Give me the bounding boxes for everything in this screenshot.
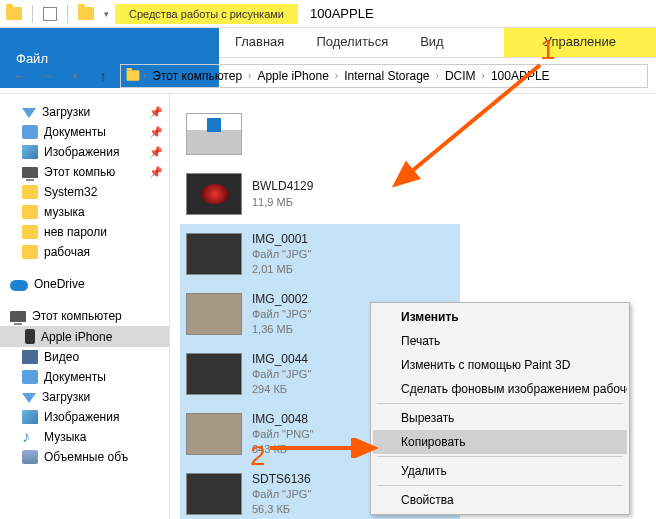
forward-button[interactable]: → bbox=[36, 65, 58, 87]
file-thumbnail bbox=[186, 413, 242, 455]
ctx-print[interactable]: Печать bbox=[373, 329, 627, 353]
file-meta: Файл "JPG" bbox=[252, 487, 311, 502]
file-meta: 56,3 КБ bbox=[252, 502, 311, 517]
sidebar-item-passwords[interactable]: нев пароли bbox=[0, 222, 169, 242]
folder-icon[interactable] bbox=[78, 7, 94, 20]
sidebar-item-work[interactable]: рабочая bbox=[0, 242, 169, 262]
tab-view[interactable]: Вид bbox=[404, 28, 460, 57]
sidebar-item-images[interactable]: Изображения bbox=[0, 407, 169, 427]
download-icon bbox=[22, 393, 36, 403]
nav-pane: Загрузки📌 Документы📌 Изображения📌 Этот к… bbox=[0, 94, 170, 519]
separator bbox=[377, 485, 623, 486]
sidebar-label: System32 bbox=[44, 185, 97, 199]
file-thumbnail bbox=[186, 233, 242, 275]
ctx-copy[interactable]: Копировать bbox=[373, 430, 627, 454]
sidebar-item-this-pc[interactable]: Этот компью📌 bbox=[0, 162, 169, 182]
breadcrumb-item[interactable]: DCIM bbox=[441, 67, 480, 85]
quick-access-toolbar: ▾ bbox=[0, 5, 115, 23]
properties-icon[interactable] bbox=[43, 7, 57, 21]
file-thumbnail bbox=[186, 173, 242, 215]
ctx-label: Изменить bbox=[401, 310, 459, 324]
sidebar-label: нев пароли bbox=[44, 225, 107, 239]
ctx-edit[interactable]: Изменить bbox=[373, 305, 627, 329]
file-meta: Файл "JPG" bbox=[252, 367, 311, 382]
sidebar-item-apple-iphone[interactable]: Apple iPhone bbox=[0, 326, 169, 347]
file-info: SDTS6136Файл "JPG"56,3 КБ bbox=[252, 471, 311, 517]
download-icon bbox=[22, 108, 36, 118]
sidebar-label: рабочая bbox=[44, 245, 90, 259]
sidebar-item-this-pc[interactable]: Этот компьютер bbox=[0, 306, 169, 326]
chevron-right-icon[interactable]: › bbox=[248, 70, 251, 81]
sidebar-item-volumes[interactable]: Объемные объ bbox=[0, 447, 169, 467]
tab-manage[interactable]: Управление bbox=[504, 28, 656, 57]
pin-icon: 📌 bbox=[149, 106, 163, 119]
sidebar-item-documents[interactable]: Документы bbox=[0, 367, 169, 387]
folder-icon bbox=[6, 7, 22, 20]
file-info: IMG_0048Файл "PNG"643 КБ bbox=[252, 411, 314, 457]
document-icon bbox=[22, 125, 38, 139]
recent-locations-icon[interactable]: ▾ bbox=[64, 65, 86, 87]
tab-share[interactable]: Поделиться bbox=[300, 28, 404, 57]
ribbon-tabs: Файл Главная Поделиться Вид Управление bbox=[0, 28, 656, 58]
tab-home[interactable]: Главная bbox=[219, 28, 300, 57]
sidebar-label: OneDrive bbox=[34, 277, 85, 291]
sidebar-label: Загрузки bbox=[42, 105, 90, 119]
back-button[interactable]: ← bbox=[8, 65, 30, 87]
file-info: IMG_0001Файл "JPG"2,01 МБ bbox=[252, 231, 311, 277]
ctx-delete[interactable]: Удалить bbox=[373, 459, 627, 483]
file-item[interactable] bbox=[180, 104, 460, 164]
sidebar-item-images[interactable]: Изображения📌 bbox=[0, 142, 169, 162]
separator bbox=[377, 403, 623, 404]
sidebar-label: музыка bbox=[44, 205, 85, 219]
disk-icon bbox=[22, 450, 38, 464]
images-icon bbox=[22, 145, 38, 159]
pin-icon: 📌 bbox=[149, 166, 163, 179]
sidebar-label: Музыка bbox=[44, 430, 86, 444]
sidebar-label: Этот компью bbox=[44, 165, 115, 179]
sidebar-label: Изображения bbox=[44, 145, 119, 159]
sidebar-item-documents[interactable]: Документы📌 bbox=[0, 122, 169, 142]
pin-icon: 📌 bbox=[149, 146, 163, 159]
sidebar-label: Документы bbox=[44, 370, 106, 384]
file-name: IMG_0048 bbox=[252, 411, 314, 427]
breadcrumb-item[interactable]: Apple iPhone bbox=[253, 67, 332, 85]
file-item[interactable]: BWLD412911,9 МБ bbox=[180, 164, 460, 224]
sidebar-item-onedrive[interactable]: OneDrive bbox=[0, 274, 169, 294]
sidebar-item-music[interactable]: музыка bbox=[0, 202, 169, 222]
ctx-paint3d[interactable]: Изменить с помощью Paint 3D bbox=[373, 353, 627, 377]
file-thumbnail bbox=[186, 473, 242, 515]
breadcrumb-item[interactable]: 100APPLE bbox=[487, 67, 554, 85]
ctx-wallpaper[interactable]: Сделать фоновым изображением рабочего ст… bbox=[373, 377, 627, 401]
chevron-right-icon[interactable]: › bbox=[436, 70, 439, 81]
breadcrumb-item[interactable]: Этот компьютер bbox=[148, 67, 246, 85]
file-item[interactable]: IMG_0001Файл "JPG"2,01 МБ bbox=[180, 224, 460, 284]
ctx-cut[interactable]: Вырезать bbox=[373, 406, 627, 430]
folder-icon bbox=[22, 245, 38, 259]
pc-icon bbox=[10, 311, 26, 322]
breadcrumb-bar[interactable]: › Этот компьютер › Apple iPhone › Intern… bbox=[120, 64, 648, 88]
sidebar-item-music[interactable]: ♪Музыка bbox=[0, 427, 169, 447]
pc-icon bbox=[22, 167, 38, 178]
sidebar-item-system32[interactable]: System32 bbox=[0, 182, 169, 202]
sidebar-item-downloads[interactable]: Загрузки bbox=[0, 387, 169, 407]
file-meta: Файл "PNG" bbox=[252, 427, 314, 442]
file-name: IMG_0001 bbox=[252, 231, 311, 247]
sidebar-item-video[interactable]: Видео bbox=[0, 347, 169, 367]
chevron-right-icon[interactable]: › bbox=[143, 70, 146, 81]
ctx-properties[interactable]: Свойства bbox=[373, 488, 627, 512]
file-meta: 294 КБ bbox=[252, 382, 311, 397]
chevron-right-icon[interactable]: › bbox=[335, 70, 338, 81]
chevron-down-icon[interactable]: ▾ bbox=[104, 9, 109, 19]
chevron-right-icon[interactable]: › bbox=[482, 70, 485, 81]
sidebar-label: Объемные объ bbox=[44, 450, 128, 464]
file-info: IMG_0002Файл "JPG"1,36 МБ bbox=[252, 291, 311, 337]
folder-icon bbox=[127, 70, 140, 80]
breadcrumb-item[interactable]: Internal Storage bbox=[340, 67, 433, 85]
images-icon bbox=[22, 410, 38, 424]
contextual-tab-label: Средства работы с рисунками bbox=[115, 4, 298, 24]
up-button[interactable]: ↑ bbox=[92, 65, 114, 87]
file-meta: Файл "JPG" bbox=[252, 307, 311, 322]
sidebar-item-downloads[interactable]: Загрузки📌 bbox=[0, 102, 169, 122]
file-meta: 1,36 МБ bbox=[252, 322, 311, 337]
file-name: SDTS6136 bbox=[252, 471, 311, 487]
